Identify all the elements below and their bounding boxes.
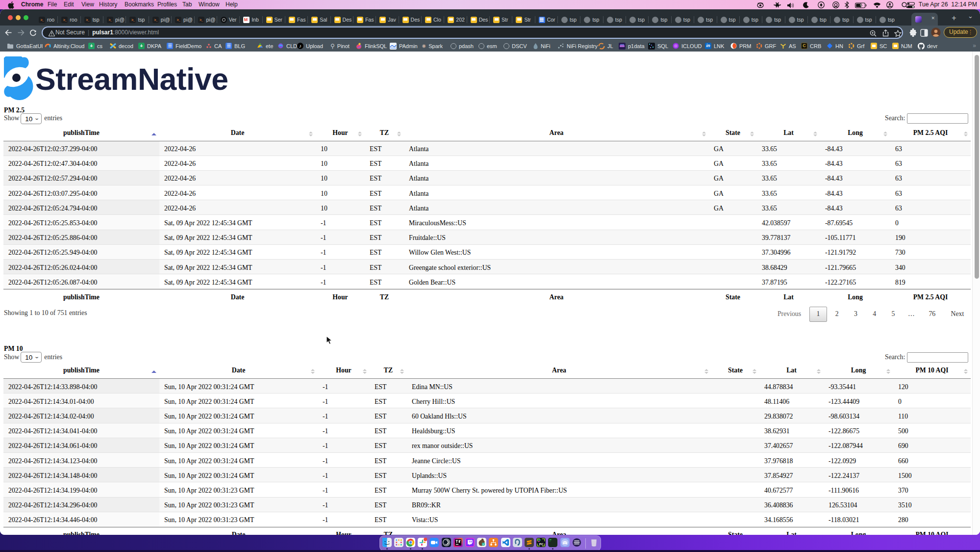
svg-text:PC: PC (539, 542, 544, 545)
svg-text:StreamNative: StreamNative (35, 62, 228, 96)
